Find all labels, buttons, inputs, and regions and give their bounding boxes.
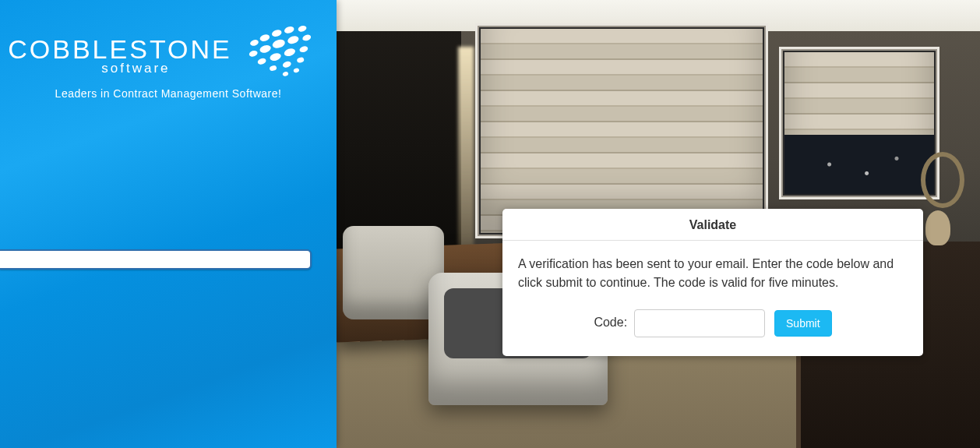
svg-point-10 — [256, 58, 266, 65]
side-input[interactable] — [0, 249, 312, 270]
svg-point-1 — [259, 34, 270, 43]
svg-point-4 — [297, 25, 307, 33]
svg-point-13 — [298, 45, 308, 53]
card-title: Validate — [502, 209, 923, 241]
validate-card: Validate A verification has been sent to… — [502, 209, 923, 356]
card-message: A verification has been sent to your ema… — [518, 255, 908, 292]
svg-point-11 — [269, 51, 282, 62]
svg-point-17 — [282, 71, 289, 76]
app-stage: COBBLESTONE software — [0, 0, 980, 448]
code-input[interactable] — [634, 309, 765, 337]
brand-name: COBBLESTONE — [8, 36, 231, 62]
brand-block: COBBLESTONE software — [0, 19, 337, 100]
svg-point-2 — [271, 29, 283, 38]
bg-window-large — [475, 23, 768, 238]
svg-point-5 — [249, 50, 259, 58]
svg-point-18 — [293, 68, 300, 73]
brand-dots-icon — [243, 19, 329, 76]
card-body: A verification has been sent to your ema… — [502, 241, 923, 356]
svg-point-7 — [271, 38, 286, 50]
svg-point-8 — [287, 35, 300, 45]
svg-point-16 — [296, 57, 305, 64]
submit-button[interactable]: Submit — [774, 310, 832, 337]
svg-point-9 — [301, 34, 312, 41]
svg-point-12 — [283, 47, 296, 57]
svg-point-0 — [249, 39, 259, 47]
svg-point-15 — [282, 61, 292, 69]
svg-point-3 — [284, 26, 295, 35]
code-form-row: Code: Submit — [518, 309, 908, 337]
bg-window-small — [779, 47, 939, 199]
bg-vase — [919, 144, 957, 245]
svg-point-14 — [269, 65, 277, 72]
code-label: Code: — [594, 316, 627, 329]
bg-doorlight — [458, 47, 474, 249]
brand-tagline: Leaders in Contract Management Software! — [0, 87, 337, 100]
svg-point-6 — [259, 44, 272, 54]
brand-panel: COBBLESTONE software — [0, 0, 337, 448]
